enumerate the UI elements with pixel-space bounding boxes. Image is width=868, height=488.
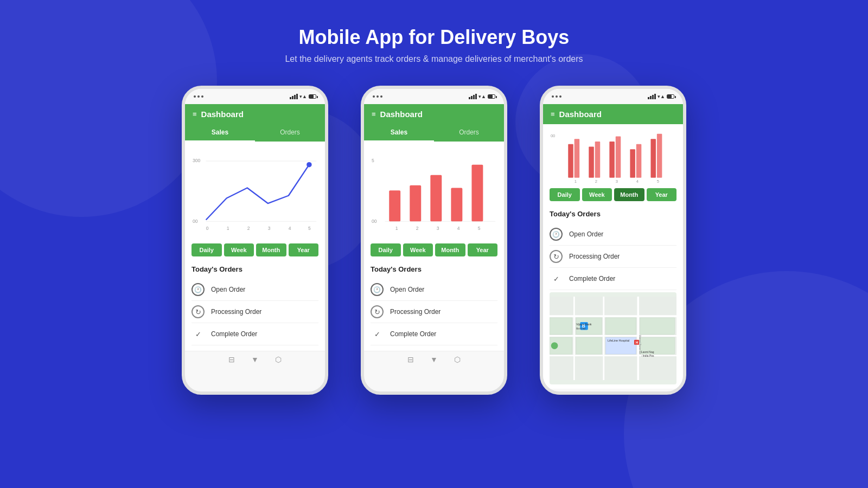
wifi-icon-2: ▾▲: [478, 94, 486, 99]
tab-orders-2[interactable]: Orders: [434, 124, 504, 142]
bar-chart-svg: 5 00 1 2 3 4 5: [371, 147, 497, 239]
svg-text:2: 2: [416, 226, 419, 231]
phone-3-orders-title: Today's Orders: [550, 210, 676, 218]
open-order-label-1: Open Order: [211, 286, 245, 293]
phone-2-signal: ▾▲: [469, 94, 495, 99]
svg-text:4: 4: [289, 226, 291, 231]
svg-rect-23: [471, 165, 483, 222]
bar11: [652, 95, 654, 99]
tab-orders-1[interactable]: Orders: [255, 124, 325, 142]
btn-month-3[interactable]: Month: [614, 188, 644, 201]
nav-icon-2b: ▼: [430, 355, 438, 364]
phone-2-header: ≡ Dashboard: [364, 104, 504, 124]
svg-text:00: 00: [193, 219, 198, 224]
btn-month-2[interactable]: Month: [435, 243, 465, 256]
phone-2-tabs: Sales Orders: [364, 124, 504, 142]
svg-text:1: 1: [227, 226, 229, 231]
order-item-complete-2: ✓ Complete Order: [371, 323, 497, 345]
svg-text:1: 1: [395, 226, 398, 231]
phone-2-top-bar: ▾▲: [364, 89, 504, 104]
open-order-label-3: Open Order: [569, 230, 603, 238]
phone-3-top-bar: ▾▲: [543, 89, 683, 104]
phone-1: ▾▲ ≡ Dashboard Sales Orders 300 00: [182, 86, 328, 395]
dot-9: [559, 95, 561, 98]
svg-text:Laxmi Nag: Laxmi Nag: [641, 350, 654, 354]
dot-1: [194, 95, 196, 98]
btn-daily-3[interactable]: Daily: [550, 188, 580, 201]
phone-1-content: 300 00 0 1 2 3 4 5: [185, 142, 325, 351]
dot-4: [373, 95, 375, 98]
btn-week-1[interactable]: Week: [224, 243, 254, 256]
svg-rect-21: [430, 175, 442, 222]
svg-text:5: 5: [478, 226, 481, 231]
check-icon-3: ✓: [550, 272, 563, 285]
bar10: [650, 96, 652, 99]
complete-order-label-3: Complete Order: [569, 275, 615, 282]
phone-2-period-buttons: Daily Week Month Year: [371, 243, 497, 256]
btn-year-3[interactable]: Year: [647, 188, 677, 201]
signal-bars-3: [648, 94, 656, 99]
phone-1-header-text: Dashboard: [201, 110, 244, 119]
battery-icon: [309, 94, 316, 99]
tab-sales-2[interactable]: Sales: [364, 124, 434, 142]
processing-order-label-1: Processing Order: [211, 308, 261, 316]
bar5: [469, 97, 470, 99]
svg-text:LifeLine Hospital: LifeLine Hospital: [608, 339, 629, 342]
order-item-open-2: 🕐 Open Order: [371, 279, 497, 301]
phone-1-orders-title: Today's Orders: [192, 265, 318, 273]
check-icon-2: ✓: [371, 328, 384, 341]
svg-text:Vijaya Bank: Vijaya Bank: [576, 323, 592, 326]
bar3: [294, 95, 296, 99]
phone-3-header-text: Dashboard: [559, 110, 602, 119]
order-item-processing-3: ↻ Processing Order: [550, 246, 676, 268]
nav-icon-1a: ⊟: [228, 355, 235, 364]
svg-rect-38: [650, 139, 656, 177]
bar7: [473, 95, 475, 99]
btn-week-2[interactable]: Week: [403, 243, 433, 256]
phone-1-title: ≡ Dashboard: [193, 110, 317, 119]
phone-2-dots: [373, 95, 382, 98]
dot-3: [201, 95, 203, 98]
phone-1-tabs: Sales Orders: [185, 124, 325, 142]
btn-week-3[interactable]: Week: [582, 188, 612, 201]
btn-year-2[interactable]: Year: [468, 243, 498, 256]
phone-3-title: ≡ Dashboard: [551, 110, 675, 119]
svg-text:4: 4: [457, 226, 460, 231]
battery-icon-2: [488, 94, 495, 99]
svg-text:विजया बैंक: विजया बैंक: [576, 327, 586, 330]
svg-rect-31: [575, 139, 580, 177]
phone-2-title: ≡ Dashboard: [372, 110, 496, 119]
bar1: [290, 97, 291, 99]
clock-icon-1: 🕐: [192, 283, 205, 296]
order-item-open-3: 🕐 Open Order: [550, 223, 676, 246]
btn-daily-1[interactable]: Daily: [192, 243, 222, 256]
nav-icon-2c: ⬡: [454, 355, 461, 364]
phone-1-header: ≡ Dashboard: [185, 104, 325, 124]
phone-2-orders: Today's Orders 🕐 Open Order ↻ Processing…: [371, 263, 497, 345]
dot-2: [197, 95, 200, 98]
horiz-bar-svg: 00 1 2 3 4 5: [550, 129, 676, 188]
svg-rect-22: [451, 188, 462, 221]
order-item-complete-1: ✓ Complete Order: [192, 323, 318, 345]
svg-text:00: 00: [372, 219, 377, 224]
btn-month-1[interactable]: Month: [256, 243, 286, 256]
dot-7: [552, 95, 554, 98]
svg-point-10: [307, 162, 312, 168]
phone-3-content: 00 1 2 3 4 5: [543, 124, 683, 389]
bar6: [471, 96, 473, 99]
btn-daily-2[interactable]: Daily: [371, 243, 401, 256]
nav-icon-2a: ⊟: [407, 355, 414, 364]
order-item-open-1: 🕐 Open Order: [192, 279, 318, 301]
complete-order-label-2: Complete Order: [390, 330, 436, 338]
phone-2-header-text: Dashboard: [380, 110, 423, 119]
svg-text:0: 0: [206, 226, 209, 231]
svg-rect-49: [576, 337, 602, 354]
phone-2-content: 5 00 1 2 3 4 5: [364, 142, 504, 351]
tab-sales-1[interactable]: Sales: [185, 124, 255, 142]
clock-icon-2: 🕐: [371, 283, 384, 296]
svg-point-62: [551, 342, 558, 349]
svg-rect-35: [616, 137, 621, 178]
btn-year-1[interactable]: Year: [289, 243, 319, 256]
hamburger-icon-1: ≡: [193, 110, 197, 118]
svg-rect-20: [410, 185, 421, 222]
